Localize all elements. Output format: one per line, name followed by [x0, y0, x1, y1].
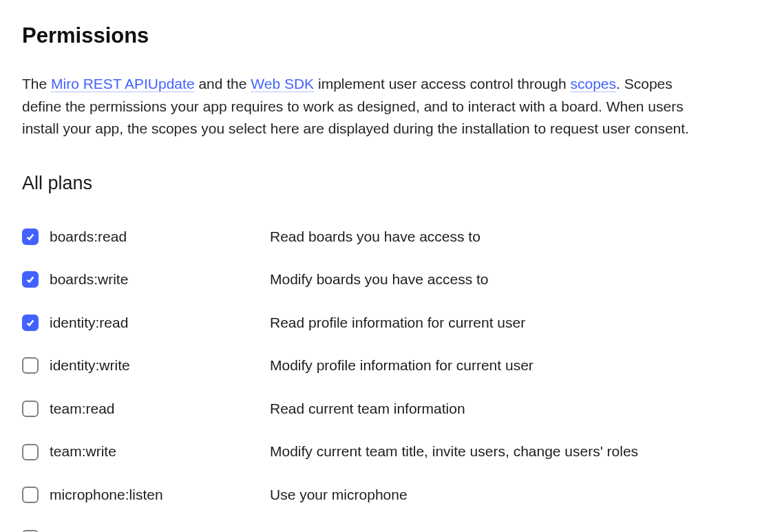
scopes-link[interactable]: scopes — [570, 76, 616, 92]
intro-text-mid2: implement user access control through — [314, 76, 570, 92]
permission-name: team:write — [50, 440, 116, 463]
permission-row-screen-record: screen:record Record your screen and aud… — [22, 526, 749, 532]
web-sdk-link[interactable]: Web SDK — [251, 76, 314, 92]
checkbox-identity-read[interactable] — [22, 315, 39, 331]
check-icon — [25, 232, 35, 242]
check-icon — [25, 275, 35, 284]
permission-row-microphone-listen: microphone:listen Use your microphone — [22, 484, 749, 507]
permission-row-team-read: team:read Read current team information — [22, 398, 749, 421]
permission-row-identity-read: identity:read Read profile information f… — [22, 312, 749, 334]
permission-left: identity:read — [22, 312, 270, 334]
permission-description: Modify profile information for current u… — [270, 354, 749, 377]
permission-left: team:read — [22, 398, 270, 421]
permission-left: identity:write — [22, 354, 270, 377]
permission-left: boards:read — [22, 226, 270, 248]
permission-name: microphone:listen — [50, 484, 163, 507]
miro-rest-api-link[interactable]: Miro REST APIUpdate — [51, 76, 195, 92]
checkbox-boards-write[interactable] — [22, 271, 39, 288]
checkbox-team-write[interactable] — [22, 444, 39, 460]
permission-name: identity:read — [50, 312, 128, 334]
check-icon — [25, 318, 35, 328]
intro-text-prefix: The — [22, 76, 51, 92]
section-heading-all-plans: All plans — [22, 169, 749, 198]
permission-left: boards:write — [22, 268, 270, 291]
permissions-list: boards:read Read boards you have access … — [22, 226, 749, 532]
permission-row-boards-read: boards:read Read boards you have access … — [22, 226, 749, 248]
permission-row-team-write: team:write Modify current team title, in… — [22, 440, 749, 463]
permission-name: boards:read — [50, 226, 127, 248]
permission-left: microphone:listen — [22, 484, 270, 507]
checkbox-microphone-listen[interactable] — [22, 487, 39, 503]
permission-description: Read profile information for current use… — [270, 312, 749, 334]
permission-row-boards-write: boards:write Modify boards you have acce… — [22, 268, 749, 291]
intro-text-mid1: and the — [195, 76, 251, 92]
permission-row-identity-write: identity:write Modify profile informatio… — [22, 354, 749, 377]
permission-description: Record your screen and audio — [270, 526, 749, 532]
permission-name: team:read — [50, 398, 115, 421]
checkbox-boards-read[interactable] — [22, 228, 39, 245]
permission-description: Use your microphone — [270, 484, 749, 507]
permission-description: Read current team information — [270, 398, 749, 421]
intro-paragraph: The Miro REST APIUpdate and the Web SDK … — [22, 73, 710, 140]
permission-description: Modify current team title, invite users,… — [270, 440, 749, 463]
permission-name: identity:write — [50, 354, 130, 377]
page-title: Permissions — [22, 19, 749, 52]
checkbox-identity-write[interactable] — [22, 357, 39, 374]
permission-description: Modify boards you have access to — [270, 268, 749, 291]
permission-name: screen:record — [50, 526, 138, 532]
checkbox-screen-record[interactable] — [22, 530, 39, 532]
permission-description: Read boards you have access to — [270, 226, 749, 248]
permission-left: team:write — [22, 440, 270, 463]
checkbox-team-read[interactable] — [22, 401, 39, 417]
permission-name: boards:write — [50, 268, 128, 291]
permission-left: screen:record — [22, 526, 270, 532]
